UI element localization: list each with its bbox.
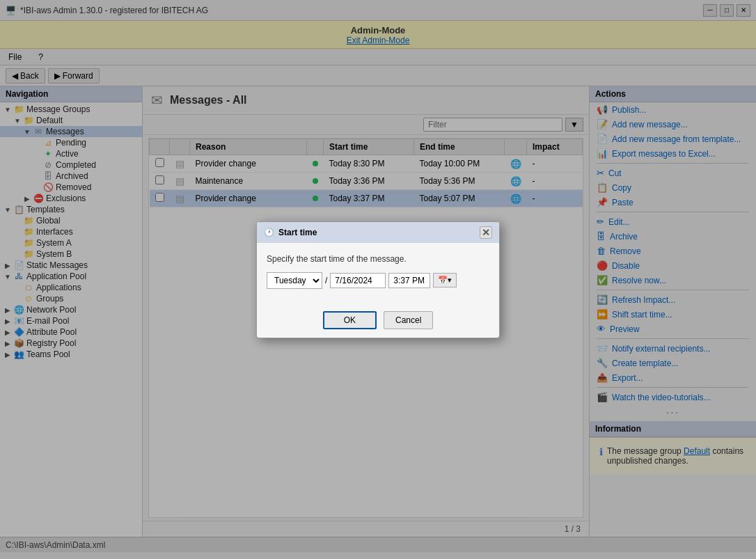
modal-separator: / [325,276,327,285]
modal-title-text: Start time [278,228,317,237]
modal-title-icon: 🕐 [264,228,274,237]
start-time-modal: 🕐 Start time ✕ Specify the start time of… [256,221,500,338]
modal-time-input[interactable] [388,273,430,288]
modal-cancel-button[interactable]: Cancel [384,311,433,329]
modal-close-button[interactable]: ✕ [480,226,492,239]
modal-description: Specify the start time of the message. [267,254,489,264]
modal-body: Specify the start time of the message. T… [257,243,499,307]
modal-overlay: 🕐 Start time ✕ Specify the start time of… [0,0,756,559]
modal-date-input[interactable] [330,273,386,288]
modal-datetime-row: Tuesday / 📅▾ [267,272,489,289]
modal-title-bar: 🕐 Start time ✕ [257,222,499,243]
modal-ok-button[interactable]: OK [323,311,377,329]
modal-footer: OK Cancel [257,307,499,338]
modal-day-select[interactable]: Tuesday [267,272,322,289]
modal-calendar-button[interactable]: 📅▾ [433,273,457,288]
